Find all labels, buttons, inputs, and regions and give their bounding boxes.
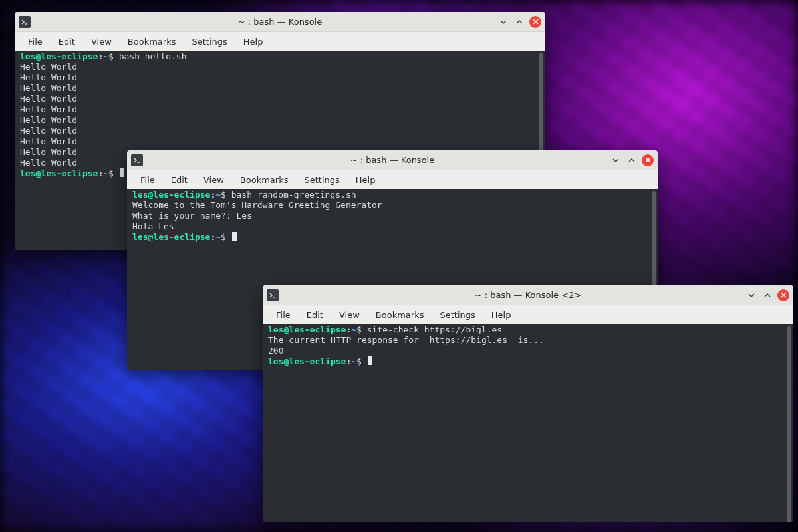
terminal-line: Hello World	[20, 62, 540, 72]
konsole-app-icon	[131, 154, 143, 166]
konsole-app-icon	[267, 289, 279, 301]
terminal-line: Welcome to the Tom's Hardware Greeting G…	[132, 200, 652, 211]
titlebar[interactable]: ~ : bash — Konsole	[127, 150, 658, 170]
window-title: ~ : bash — Konsole	[127, 155, 658, 165]
terminal-line: les@les-eclipse:~$	[268, 356, 788, 367]
cursor	[368, 356, 372, 365]
maximize-button[interactable]	[626, 154, 638, 166]
terminal-line: Hello World	[20, 136, 540, 147]
terminal-line: les@les-eclipse:~$ bash hello.sh	[20, 51, 540, 62]
terminal-line: The current HTTP response for https://bi…	[268, 335, 788, 346]
menu-settings[interactable]: Settings	[184, 34, 235, 49]
menu-bookmarks[interactable]: Bookmarks	[120, 34, 184, 49]
menu-file[interactable]: File	[132, 172, 163, 188]
window-title: ~ : bash — Konsole <2>	[263, 290, 793, 300]
maximize-button[interactable]	[761, 289, 773, 301]
menu-settings[interactable]: Settings	[296, 172, 347, 188]
menu-edit[interactable]: Edit	[163, 172, 196, 188]
terminal-line: Hola Les	[132, 221, 652, 232]
maximize-button[interactable]	[513, 16, 525, 28]
menu-bookmarks[interactable]: Bookmarks	[368, 307, 432, 323]
minimize-button[interactable]	[497, 16, 509, 28]
scrollbar-thumb[interactable]	[787, 326, 791, 522]
close-button[interactable]	[642, 154, 654, 166]
menubar: File Edit View Bookmarks Settings Help	[263, 305, 793, 324]
cursor	[232, 232, 237, 241]
terminal-line: 200	[268, 346, 788, 356]
menu-view[interactable]: View	[331, 307, 368, 323]
terminal-line: Hello World	[20, 94, 540, 104]
menubar: File Edit View Bookmarks Settings Help	[15, 31, 545, 51]
konsole-window-3[interactable]: ~ : bash — Konsole <2> File Edit View Bo…	[263, 285, 793, 522]
menu-view[interactable]: View	[196, 172, 232, 188]
minimize-button[interactable]	[610, 154, 622, 166]
titlebar[interactable]: ~ : bash — Konsole <2>	[263, 285, 793, 305]
menu-file[interactable]: File	[20, 34, 51, 49]
menu-edit[interactable]: Edit	[299, 307, 331, 323]
menubar: File Edit View Bookmarks Settings Help	[127, 170, 658, 189]
terminal-viewport[interactable]: les@les-eclipse:~$ site-check https://bi…	[263, 324, 793, 522]
window-title: ~ : bash — Konsole	[15, 17, 545, 27]
terminal-line: les@les-eclipse:~$ site-check https://bi…	[268, 325, 788, 335]
konsole-app-icon	[19, 16, 31, 28]
terminal-line: Hello World	[20, 104, 540, 115]
menu-view[interactable]: View	[83, 34, 120, 49]
terminal-line: les@les-eclipse:~$ bash random-greetings…	[132, 190, 652, 200]
menu-help[interactable]: Help	[483, 307, 519, 323]
terminal-line: Hello World	[20, 72, 540, 83]
terminal-line: Hello World	[20, 115, 540, 126]
terminal-line: les@les-eclipse:~$	[132, 232, 652, 243]
titlebar[interactable]: ~ : bash — Konsole	[15, 12, 545, 31]
terminal-line: What is your name?: Les	[132, 211, 652, 221]
menu-settings[interactable]: Settings	[432, 307, 483, 323]
menu-file[interactable]: File	[268, 307, 299, 323]
menu-help[interactable]: Help	[235, 34, 271, 49]
minimize-button[interactable]	[745, 289, 757, 301]
terminal-line: Hello World	[20, 126, 540, 136]
menu-bookmarks[interactable]: Bookmarks	[232, 172, 297, 188]
cursor	[120, 168, 124, 177]
close-button[interactable]	[777, 289, 789, 301]
close-button[interactable]	[529, 16, 541, 28]
menu-edit[interactable]: Edit	[51, 34, 83, 49]
terminal-line: Hello World	[20, 83, 540, 94]
menu-help[interactable]: Help	[348, 172, 384, 188]
